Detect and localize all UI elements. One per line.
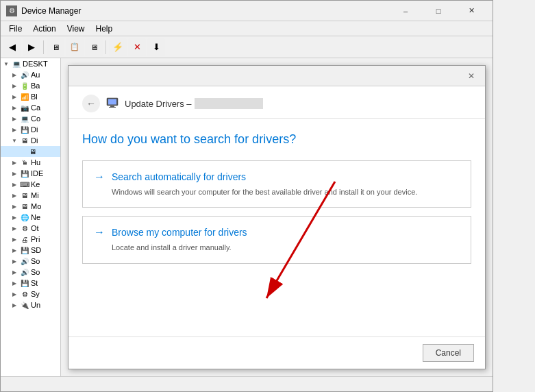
auto-search-description: Windows will search your computer for th… <box>112 187 460 197</box>
expand-icon: ▶ <box>10 268 18 276</box>
tree-item-di2[interactable]: ▼ 🖥 Di <box>1 135 60 146</box>
expand-icon: ▶ <box>10 169 18 177</box>
forward-button[interactable]: ▶ <box>23 38 40 56</box>
tree-item-st[interactable]: ▶ 💾 St <box>1 278 60 289</box>
minimize-button[interactable]: – <box>390 1 421 21</box>
cancel-button[interactable]: Cancel <box>423 344 474 362</box>
tree-item-ot[interactable]: ▶ ⚙ Ot <box>1 223 60 234</box>
tree-item-device[interactable]: 🖥 <box>1 146 60 157</box>
arrow-icon-1: → <box>94 171 105 183</box>
tree-label: Bl <box>31 93 38 101</box>
tree-label: Pri <box>31 235 40 243</box>
tree-root[interactable]: ▼ 💻 DESKT <box>1 58 60 69</box>
sound-icon: 🔊 <box>20 256 29 266</box>
properties-button[interactable]: 🖥 <box>47 38 64 56</box>
print-icon: 🖨 <box>20 234 29 244</box>
tree-item-ba[interactable]: ▶ 🔋 Ba <box>1 80 60 91</box>
system-icon: ⚙ <box>20 289 29 299</box>
ide-icon: 💾 <box>20 169 29 178</box>
audio-icon: 🔊 <box>20 70 29 79</box>
remove-button[interactable]: ✕ <box>128 38 146 56</box>
close-button[interactable]: ✕ <box>456 1 487 21</box>
menu-file[interactable]: File <box>3 23 27 35</box>
tree-item-au[interactable]: ▶ 🔊 Au <box>1 69 60 80</box>
camera-icon: 📷 <box>20 103 29 112</box>
auto-search-title: Search automatically for drivers <box>112 171 246 182</box>
tree-item-sy[interactable]: ▶ ⚙ Sy <box>1 289 60 299</box>
expand-icon: ▶ <box>10 114 18 123</box>
search-question: How do you want to search for drivers? <box>82 132 471 147</box>
tree-label: SD <box>31 246 41 254</box>
tree-label: Hu <box>31 158 40 167</box>
keyboard-icon: ⌨ <box>20 180 29 189</box>
app-icon: ⚙ <box>6 5 17 16</box>
device-button[interactable]: 🖥 <box>85 38 103 56</box>
tree-label: IDE <box>31 169 43 177</box>
device-header-icon <box>105 97 119 110</box>
dialog-close-button[interactable]: ✕ <box>463 68 480 84</box>
expand-icon: ▶ <box>10 290 18 298</box>
menu-action[interactable]: Action <box>27 23 61 35</box>
device-icon: 🖥 <box>28 147 38 156</box>
tree-item-so1[interactable]: ▶ 🔊 So <box>1 256 60 267</box>
update-driver-button[interactable]: 📋 <box>66 38 84 56</box>
menu-help[interactable]: Help <box>90 23 119 35</box>
tree-item-ca[interactable]: ▶ 📷 Ca <box>1 102 60 113</box>
dialog-footer: Cancel <box>69 336 485 369</box>
expand-icon: ▶ <box>10 235 18 243</box>
hid-icon: 🖱 <box>20 158 29 167</box>
tree-item-ide[interactable]: ▶ 💾 IDE <box>1 168 60 179</box>
content-area: ▼ 💻 DESKT ▶ 🔊 Au ▶ 🔋 Ba ▶ 📶 Bl ▶ 📷 <box>1 58 493 376</box>
expand-icon: ▶ <box>10 125 18 134</box>
tree-item-hu[interactable]: ▶ 🖱 Hu <box>1 157 60 168</box>
expand-icon: ▶ <box>10 103 18 112</box>
download-button[interactable]: ⬇ <box>147 38 165 56</box>
back-button[interactable]: ◀ <box>3 38 21 56</box>
expand-icon: ▶ <box>10 213 18 221</box>
sd-icon: 💾 <box>20 245 29 255</box>
tree-item-mi[interactable]: ▶ 🖥 Mi <box>1 190 60 201</box>
device-name-placeholder <box>195 98 263 109</box>
tree-item-so2[interactable]: ▶ 🔊 So <box>1 267 60 278</box>
tree-label: Co <box>31 114 40 123</box>
tree-item-bl[interactable]: ▶ 📶 Bl <box>1 91 60 102</box>
scan-button[interactable]: ⚡ <box>109 38 127 56</box>
monitor-svg-icon <box>106 97 119 110</box>
auto-search-option[interactable]: → Search automatically for drivers Windo… <box>82 160 471 208</box>
update-drivers-dialog: ✕ ← Update Drivers – <box>68 65 486 369</box>
tree-item-pri[interactable]: ▶ 🖨 Pri <box>1 234 60 245</box>
tree-item-sd[interactable]: ▶ 💾 SD <box>1 245 60 256</box>
option-header-2: → Browse my computer for drivers <box>94 226 460 238</box>
tree-label: Ba <box>31 82 40 90</box>
menu-view[interactable]: View <box>62 23 90 35</box>
tree-item-un[interactable]: ▶ 🔌 Un <box>1 299 60 310</box>
tree-label: Mo <box>31 202 41 210</box>
tree-item-ne[interactable]: ▶ 🌐 Ne <box>1 212 60 223</box>
statusbar <box>1 376 493 391</box>
tree-label: Ca <box>31 103 40 112</box>
expand-icon: ▼ <box>10 136 18 145</box>
dialog-body: How do you want to search for drivers? →… <box>69 119 485 336</box>
toolbar-separator-2 <box>105 40 106 54</box>
svg-rect-3 <box>109 107 116 108</box>
tree-label: So <box>31 268 40 276</box>
device-tree: ▼ 💻 DESKT ▶ 🔊 Au ▶ 🔋 Ba ▶ 📶 Bl ▶ 📷 <box>1 58 61 376</box>
expand-icon: ▶ <box>10 224 18 232</box>
tree-item-mo[interactable]: ▶ 🖥 Mo <box>1 201 60 212</box>
dialog-header-title: Update Drivers – <box>125 99 192 109</box>
tree-item-di1[interactable]: ▶ 💾 Di <box>1 124 60 135</box>
svg-rect-1 <box>108 99 116 105</box>
browse-description: Locate and install a driver manually. <box>112 243 460 253</box>
tree-label: Di <box>31 125 38 134</box>
expand-icon: ▶ <box>10 191 18 199</box>
maximize-button[interactable]: □ <box>423 1 454 21</box>
tree-label: Di <box>31 136 38 145</box>
tree-item-ke[interactable]: ▶ ⌨ Ke <box>1 179 60 190</box>
tree-item-co[interactable]: ▶ 💻 Co <box>1 113 60 124</box>
tree-label: Ne <box>31 213 40 221</box>
tree-label: Ot <box>31 224 39 232</box>
computer-icon: 💻 <box>12 59 21 69</box>
computer-icon: 💻 <box>20 114 29 123</box>
back-button[interactable]: ← <box>82 95 100 112</box>
browse-option[interactable]: → Browse my computer for drivers Locate … <box>82 216 471 263</box>
